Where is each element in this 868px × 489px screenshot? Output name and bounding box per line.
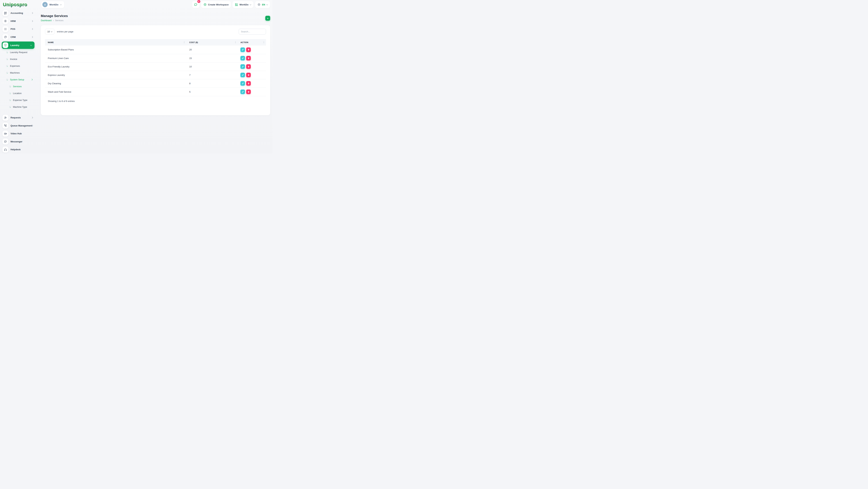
edit-button[interactable]	[241, 73, 245, 77]
app-screen: Unipospro WorkDo 0	[0, 0, 273, 153]
create-workspace-label: Create Workspace	[208, 3, 229, 6]
delete-button[interactable]	[246, 56, 251, 60]
messages-button[interactable]: 0	[192, 1, 199, 8]
sidebar-subitem-label: Expenses	[10, 65, 20, 67]
table-row: Subscription-Based Plans 20	[45, 45, 266, 54]
service-name: Wash and Fold Service	[45, 88, 186, 96]
services-card: 10 entries per page NAME COST ($)	[41, 25, 270, 115]
add-service-button[interactable]	[265, 16, 270, 21]
edit-button[interactable]	[241, 90, 245, 94]
sidebar-item-helpdesk[interactable]: Helpdesk	[0, 146, 36, 153]
edit-button[interactable]	[241, 81, 245, 86]
chevron-right-icon	[31, 12, 33, 14]
user-plus-icon	[2, 115, 8, 121]
service-name: Dry Cleaning	[45, 79, 186, 88]
create-workspace-button[interactable]: Create Workspace	[201, 1, 231, 8]
sidebar-subitem-expenses[interactable]: Expenses	[0, 63, 36, 69]
breadcrumb-dashboard-link[interactable]: Dashboard	[41, 19, 52, 22]
sidebar-item-video-hub[interactable]: Video Hub	[0, 130, 36, 137]
column-label: NAME	[48, 41, 54, 43]
crm-icon	[2, 34, 8, 40]
sidebar-subitem-services-active[interactable]: Services	[0, 83, 36, 90]
delete-button[interactable]	[246, 90, 251, 94]
sidebar-item-laundry-active[interactable]: Laundry	[2, 41, 34, 49]
sidebar-subitem-laundry-request[interactable]: Laundry Request	[0, 49, 36, 56]
language-label: EN	[262, 3, 265, 6]
workspace-menu-button[interactable]: WorkDo	[232, 1, 253, 8]
sidebar: Accounting HRM POS	[0, 9, 36, 153]
headphones-icon	[2, 147, 8, 153]
delete-button[interactable]	[246, 81, 251, 86]
table-row: Premium Linen Care 15	[45, 54, 266, 62]
globe-icon	[257, 3, 260, 6]
column-header-name[interactable]: NAME	[45, 39, 186, 45]
service-cost: 20	[186, 45, 238, 54]
service-name: Premium Linen Care	[45, 54, 186, 62]
bullet-icon	[6, 72, 8, 74]
service-name: Express Laundry	[45, 71, 186, 79]
sidebar-item-hrm[interactable]: HRM	[0, 17, 36, 25]
entries-per-page-value: 10	[47, 30, 50, 33]
breadcrumb: Dashboard › Services	[41, 19, 63, 22]
bullet-icon	[6, 51, 8, 53]
chevron-down-icon	[266, 3, 268, 5]
sidebar-item-queue-management[interactable]: Queue Management	[0, 122, 36, 130]
accounting-icon	[2, 10, 8, 16]
entries-per-page-select[interactable]: 10	[45, 29, 55, 34]
delete-button[interactable]	[246, 73, 251, 77]
sidebar-subitem-machines[interactable]: Machines	[0, 69, 36, 76]
table-row: Express Laundry 7	[45, 71, 266, 79]
sidebar-subitem-label: Machines	[10, 71, 20, 74]
entries-per-page-label: entries per page	[57, 30, 73, 33]
phone-icon	[2, 123, 8, 128]
sidebar-subitem-label: Invoice	[10, 58, 17, 60]
bullet-icon	[9, 92, 11, 94]
service-name: Eco-Friendly Laundry	[45, 62, 186, 71]
sidebar-subitem-label: Laundry Request	[10, 51, 27, 54]
sidebar-subitem-label: Expense Type	[13, 99, 27, 101]
chat-bubble-icon	[2, 139, 8, 145]
tshirt-icon	[3, 42, 8, 48]
sidebar-subitem-expense-type[interactable]: Expense Type	[0, 97, 36, 103]
column-header-cost[interactable]: COST ($)	[186, 39, 238, 45]
sidebar-item-requests[interactable]: Requests	[0, 114, 36, 122]
sidebar-subitem-location[interactable]: Location	[0, 90, 36, 97]
page-title: Manage Services	[41, 14, 68, 18]
service-cost: 8	[186, 79, 238, 88]
delete-button[interactable]	[246, 48, 251, 52]
video-camera-icon	[2, 131, 8, 136]
sidebar-item-crm[interactable]: CRM	[0, 33, 36, 41]
search-input[interactable]	[239, 29, 266, 34]
bullet-icon	[9, 106, 11, 108]
delete-button[interactable]	[246, 64, 251, 69]
workspace-menu-label: WorkDo	[239, 3, 248, 6]
logo-text: Unipospro	[3, 2, 27, 7]
edit-button[interactable]	[241, 64, 245, 69]
chevron-right-icon	[31, 20, 33, 22]
chevron-down-icon	[60, 3, 62, 5]
chevron-down-icon	[51, 31, 52, 32]
sidebar-subitem-label: System Setup	[10, 78, 24, 81]
sidebar-subitem-machine-type[interactable]: Machine Type	[0, 103, 36, 110]
sidebar-item-accounting[interactable]: Accounting	[0, 9, 36, 17]
logo[interactable]: Unipospro	[0, 2, 36, 7]
edit-button[interactable]	[241, 48, 245, 52]
language-selector[interactable]: EN	[255, 1, 270, 8]
messages-badge: 0	[197, 0, 200, 3]
chat-icon	[194, 3, 197, 6]
column-header-action[interactable]: ACTION	[238, 39, 266, 45]
sort-icon[interactable]	[263, 41, 265, 43]
bullet-icon	[6, 65, 8, 67]
service-cost: 10	[186, 62, 238, 71]
sidebar-subitem-invoice[interactable]: Invoice	[0, 56, 36, 63]
edit-button[interactable]	[241, 56, 245, 60]
chevron-down-icon	[250, 3, 251, 5]
service-name: Subscription-Based Plans	[45, 45, 186, 54]
sort-icon[interactable]	[235, 41, 236, 43]
sidebar-item-messenger[interactable]: Messenger	[0, 137, 36, 146]
table-controls: 10 entries per page	[45, 29, 266, 34]
sort-icon[interactable]	[184, 41, 185, 43]
workspace-switcher[interactable]: WorkDo	[41, 1, 64, 8]
sidebar-subitem-system-setup[interactable]: System Setup	[0, 76, 36, 83]
sidebar-item-pos[interactable]: POS	[0, 25, 36, 33]
